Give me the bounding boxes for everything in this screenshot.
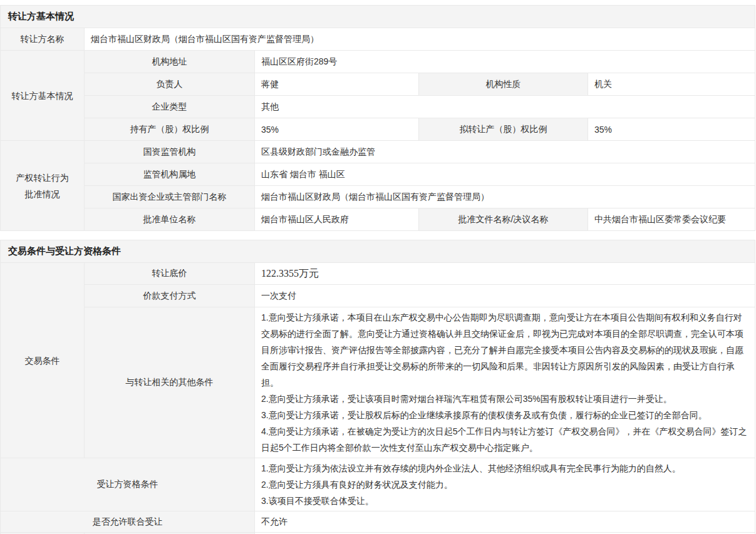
property-transfer-document: 转让方基本情况 转让方名称 烟台市福山区财政局（烟台市福山区国有资产监督管理局）… bbox=[0, 0, 755, 534]
value-state-funded-enterprise: 烟台市福山区财政局（烟台市福山区国有资产监督管理局） bbox=[255, 186, 755, 208]
label-payment-method: 价款支付方式 bbox=[85, 285, 255, 307]
label-other-transfer-conditions: 与转让相关的其他条件 bbox=[85, 307, 255, 458]
value-payment-method: 一次支付 bbox=[255, 285, 755, 307]
value-transferee-qualifications: 1.意向受让方须为依法设立并有效存续的境内外企业法人、其他经济组织或具有完全民事… bbox=[255, 458, 755, 511]
value-transfer-equity-ratio: 35% bbox=[588, 118, 755, 141]
value-approval-document: 中共烟台市福山区委常委会议纪要 bbox=[588, 208, 755, 231]
group-label-line1: 产权转让行为 bbox=[4, 170, 80, 186]
label-reserve-price: 转让底价 bbox=[85, 263, 255, 285]
value-transferor-name: 烟台市福山区财政局（烟台市福山区国有资产监督管理局） bbox=[85, 28, 755, 51]
value-reserve-price: 122.3355万元 bbox=[255, 263, 755, 285]
label-joint-transfer-allowed: 是否允许联合受让 bbox=[1, 511, 255, 533]
label-person-in-charge: 负责人 bbox=[85, 73, 255, 96]
label-transferee-qualifications: 受让方资格条件 bbox=[1, 458, 255, 511]
value-joint-transfer-allowed: 不允许 bbox=[255, 511, 755, 533]
transferor-info-table: 转让方基本情况 转让方名称 烟台市福山区财政局（烟台市福山区国有资产监督管理局）… bbox=[0, 5, 755, 231]
label-transfer-equity-ratio: 拟转让产（股）权比例 bbox=[419, 118, 588, 141]
section-title-transaction-conditions: 交易条件与受让方资格条件 bbox=[1, 240, 755, 263]
section-title-transferor-info: 转让方基本情况 bbox=[1, 6, 755, 28]
label-approval-unit: 批准单位名称 bbox=[85, 208, 255, 231]
value-sasac-authority: 区县级财政部门或金融办监管 bbox=[255, 141, 755, 163]
label-state-funded-enterprise: 国家出资企业或主管部门名称 bbox=[85, 186, 255, 208]
label-approval-document: 批准文件名称/决议名称 bbox=[419, 208, 588, 231]
value-authority-location: 山东省 烟台市 福山区 bbox=[255, 163, 755, 186]
value-person-in-charge: 蒋健 bbox=[255, 73, 419, 96]
group-label-approval-status: 产权转让行为 批准情况 bbox=[1, 141, 85, 231]
label-institution-address: 机构地址 bbox=[85, 51, 255, 73]
label-transferor-name: 转让方名称 bbox=[1, 28, 85, 51]
value-approval-unit: 烟台市福山区人民政府 bbox=[255, 208, 419, 231]
transaction-conditions-table: 交易条件与受让方资格条件 交易条件 转让底价 122.3355万元 价款支付方式… bbox=[0, 240, 755, 534]
group-label-line2: 批准情况 bbox=[4, 186, 80, 202]
group-label-transaction-conditions: 交易条件 bbox=[1, 263, 85, 458]
label-enterprise-type: 企业类型 bbox=[85, 96, 255, 118]
value-enterprise-type: 其他 bbox=[255, 96, 755, 118]
value-institution-address: 福山区区府街289号 bbox=[255, 51, 755, 73]
label-institution-nature: 机构性质 bbox=[419, 73, 588, 96]
label-sasac-authority: 国资监管机构 bbox=[85, 141, 255, 163]
value-institution-nature: 机关 bbox=[588, 73, 755, 96]
label-authority-location: 监管机构属地 bbox=[85, 163, 255, 186]
value-held-equity-ratio: 35% bbox=[255, 118, 419, 141]
group-label-transferor-basic: 转让方基本情况 bbox=[1, 51, 85, 141]
value-other-transfer-conditions: 1.意向受让方须承诺，本项目在山东产权交易中心公告期即为尽职调查期，意向受让方在… bbox=[255, 307, 755, 458]
label-held-equity-ratio: 持有产（股）权比例 bbox=[85, 118, 255, 141]
